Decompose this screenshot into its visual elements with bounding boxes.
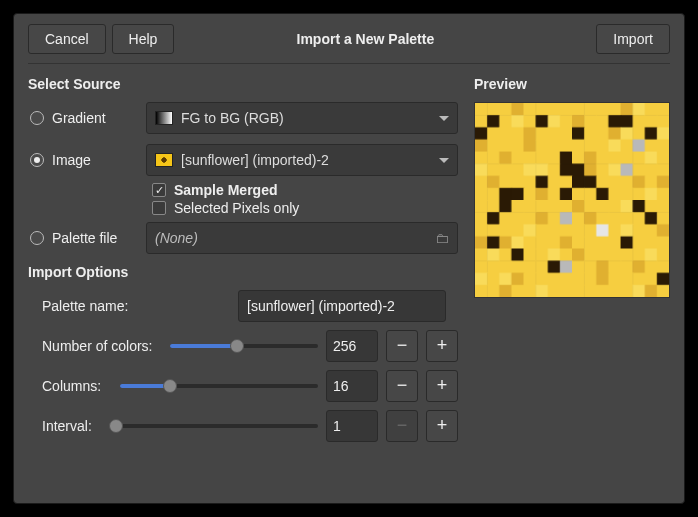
image-combo-text: [sunflower] (imported)-2 (181, 152, 431, 168)
gradient-combo-text: FG to BG (RGB) (181, 110, 431, 126)
colors-plus-button[interactable]: + (426, 330, 458, 362)
colors-slider[interactable] (170, 337, 318, 355)
cancel-button[interactable]: Cancel (28, 24, 106, 54)
image-radio[interactable] (30, 153, 44, 167)
chevron-down-icon (439, 116, 449, 121)
palette-file-chooser[interactable]: (None) 🗀 (146, 222, 458, 254)
chevron-down-icon (439, 158, 449, 163)
gradient-radio[interactable] (30, 111, 44, 125)
gradient-combo[interactable]: FG to BG (RGB) (146, 102, 458, 134)
import-button[interactable]: Import (596, 24, 670, 54)
sample-merged-checkbox[interactable] (152, 183, 166, 197)
interval-slider[interactable] (110, 417, 318, 435)
image-thumb-icon (155, 153, 173, 167)
columns-plus-button[interactable]: + (426, 370, 458, 402)
colors-input[interactable] (326, 330, 378, 362)
columns-slider[interactable] (120, 377, 318, 395)
selected-pixels-checkbox[interactable] (152, 201, 166, 215)
image-label: Image (46, 152, 146, 168)
preview-swatches (474, 102, 670, 298)
palette-name-label: Palette name: (42, 298, 174, 314)
palette-file-text: (None) (155, 230, 435, 246)
interval-plus-button[interactable]: + (426, 410, 458, 442)
gradient-label: Gradient (46, 110, 146, 126)
image-combo[interactable]: [sunflower] (imported)-2 (146, 144, 458, 176)
select-source-heading: Select Source (28, 76, 458, 92)
help-button[interactable]: Help (112, 24, 175, 54)
columns-input[interactable] (326, 370, 378, 402)
folder-icon: 🗀 (435, 230, 449, 246)
columns-label: Columns: (42, 378, 112, 394)
gradient-swatch-icon (155, 111, 173, 125)
toolbar: Cancel Help Import a New Palette Import (28, 28, 670, 64)
interval-label: Interval: (42, 418, 102, 434)
selected-pixels-label: Selected Pixels only (174, 200, 299, 216)
interval-input[interactable] (326, 410, 378, 442)
colors-minus-button[interactable]: − (386, 330, 418, 362)
palette-name-input[interactable] (238, 290, 446, 322)
palette-file-radio[interactable] (30, 231, 44, 245)
columns-minus-button[interactable]: − (386, 370, 418, 402)
dialog-window: Cancel Help Import a New Palette Import … (13, 13, 685, 504)
preview-heading: Preview (474, 76, 670, 92)
import-options-heading: Import Options (28, 264, 458, 280)
dialog-title: Import a New Palette (180, 31, 590, 47)
interval-minus-button: − (386, 410, 418, 442)
colors-label: Number of colors: (42, 338, 162, 354)
sample-merged-label: Sample Merged (174, 182, 277, 198)
palette-file-label: Palette file (46, 230, 146, 246)
